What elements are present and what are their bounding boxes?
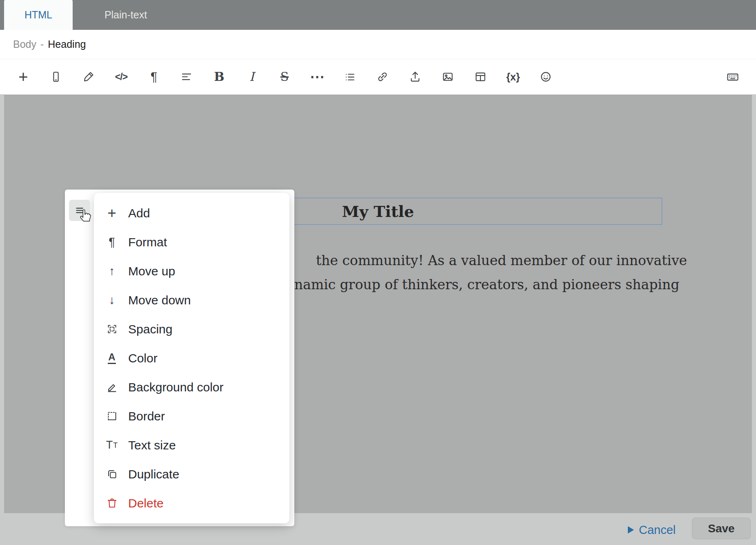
source-code-button[interactable]: </> bbox=[109, 65, 133, 89]
text-color-icon: A bbox=[105, 352, 119, 364]
merge-tag-icon: {x} bbox=[506, 72, 520, 82]
tab-plain-text-label: Plain-text bbox=[105, 9, 147, 21]
source-code-icon: </> bbox=[115, 72, 127, 82]
paintbrush-icon bbox=[82, 71, 95, 83]
collapse-triangle-icon bbox=[628, 526, 634, 534]
menu-item-spacing[interactable]: Spacing bbox=[94, 315, 289, 344]
block-context-menu: + Add ¶ Format ↑ Move up ↓ Move down Spa… bbox=[94, 193, 289, 523]
table-button[interactable] bbox=[469, 65, 492, 89]
bold-button[interactable]: B bbox=[207, 65, 231, 89]
align-left-icon bbox=[180, 71, 193, 83]
mobile-icon bbox=[50, 71, 62, 83]
format-pilcrow-icon: ¶ bbox=[105, 236, 119, 248]
brush-button[interactable] bbox=[77, 65, 100, 89]
text-size-icon: TT bbox=[105, 440, 119, 451]
alignment-button[interactable] bbox=[175, 65, 198, 89]
link-icon bbox=[376, 71, 389, 83]
more-icon: ⋯ bbox=[310, 69, 325, 84]
spacing-icon bbox=[105, 323, 119, 335]
cancel-label: Cancel bbox=[639, 523, 676, 537]
drag-handle-icon bbox=[74, 205, 85, 216]
menu-item-delete[interactable]: Delete bbox=[94, 489, 289, 518]
menu-item-text-size[interactable]: TT Text size bbox=[94, 431, 289, 460]
menu-item-move-down[interactable]: ↓ Move down bbox=[94, 286, 289, 315]
merge-tags-button[interactable]: {x} bbox=[501, 65, 525, 89]
add-button[interactable]: + bbox=[11, 65, 35, 89]
cancel-button[interactable]: Cancel bbox=[628, 520, 676, 540]
menu-item-format[interactable]: ¶ Format bbox=[94, 228, 289, 257]
add-icon: + bbox=[105, 205, 119, 221]
breadcrumb: Body - Heading bbox=[0, 30, 756, 59]
save-label: Save bbox=[708, 522, 734, 535]
menu-item-add[interactable]: + Add bbox=[94, 199, 289, 228]
italic-icon: I bbox=[249, 71, 254, 83]
background-color-icon bbox=[105, 381, 119, 393]
menu-item-background-color[interactable]: Background color bbox=[94, 373, 289, 402]
border-icon bbox=[105, 410, 119, 422]
bold-icon: B bbox=[214, 71, 224, 83]
image-icon bbox=[442, 71, 454, 83]
more-formats-button[interactable]: ⋯ bbox=[305, 65, 329, 89]
duplicate-icon bbox=[105, 468, 119, 480]
trash-icon bbox=[105, 497, 119, 509]
mobile-preview-button[interactable] bbox=[44, 65, 68, 89]
image-button[interactable] bbox=[436, 65, 460, 89]
bullet-list-icon bbox=[344, 71, 356, 83]
table-icon bbox=[474, 71, 487, 83]
breadcrumb-body[interactable]: Body bbox=[13, 38, 36, 50]
block-drag-handle[interactable] bbox=[69, 200, 90, 221]
paragraph-line-1[interactable]: the community! As a valued member of our… bbox=[316, 252, 687, 268]
breadcrumb-separator: - bbox=[40, 38, 44, 50]
menu-item-duplicate[interactable]: Duplicate bbox=[94, 460, 289, 489]
paragraph-format-button[interactable]: ¶ bbox=[142, 65, 166, 89]
save-button[interactable]: Save bbox=[692, 518, 751, 539]
menu-item-color[interactable]: A Color bbox=[94, 344, 289, 373]
paragraph-line-2[interactable]: namic group of thinkers, creators, and p… bbox=[294, 277, 679, 293]
keyboard-icon bbox=[727, 71, 739, 83]
add-icon: + bbox=[18, 69, 28, 85]
tab-plain-text[interactable]: Plain-text bbox=[91, 0, 160, 30]
menu-item-border[interactable]: Border bbox=[94, 402, 289, 431]
tab-html-label: HTML bbox=[24, 9, 52, 21]
keyboard-shortcuts-button[interactable] bbox=[721, 65, 745, 89]
arrow-down-icon: ↓ bbox=[105, 294, 119, 306]
editor-mode-tabbar: HTML Plain-text bbox=[0, 0, 756, 30]
upload-icon bbox=[409, 71, 421, 83]
upload-button[interactable] bbox=[403, 65, 427, 89]
italic-button[interactable]: I bbox=[240, 65, 264, 89]
strikethrough-icon: S bbox=[280, 71, 289, 83]
menu-item-move-up[interactable]: ↑ Move up bbox=[94, 257, 289, 286]
strikethrough-button[interactable]: S bbox=[273, 65, 296, 89]
arrow-up-icon: ↑ bbox=[105, 265, 119, 277]
pilcrow-icon: ¶ bbox=[151, 71, 158, 83]
list-button[interactable] bbox=[338, 65, 362, 89]
link-button[interactable] bbox=[371, 65, 394, 89]
emoji-icon bbox=[540, 71, 552, 83]
heading-text: My Title bbox=[342, 202, 414, 221]
tab-html[interactable]: HTML bbox=[4, 0, 73, 30]
breadcrumb-heading[interactable]: Heading bbox=[48, 38, 86, 50]
emoji-button[interactable] bbox=[534, 65, 558, 89]
formatting-toolbar: + </> ¶ B I S ⋯ bbox=[0, 59, 756, 95]
